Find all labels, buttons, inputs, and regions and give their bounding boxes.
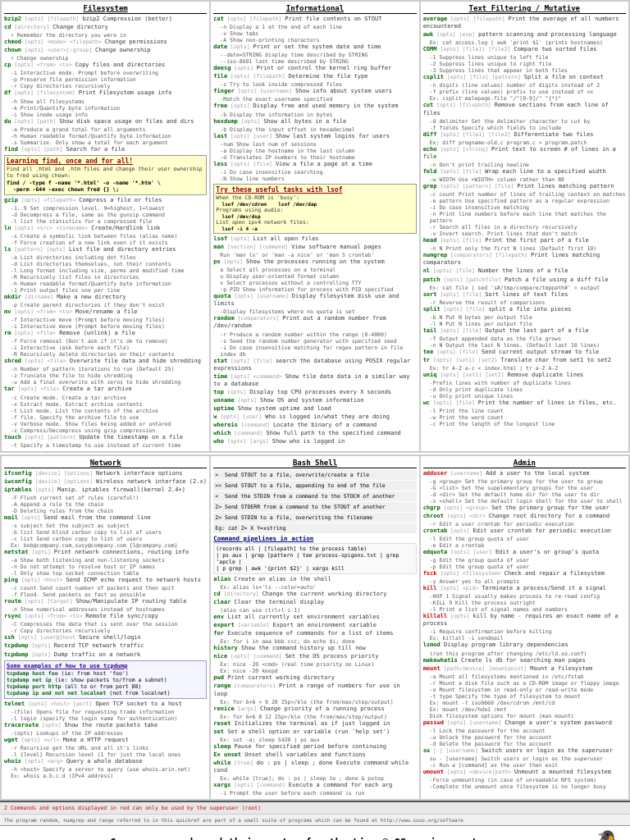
cmd-chmod: chmod [opts] <mode> <filepath> Change pe… xyxy=(4,39,207,46)
cmd-cd: cd [directory] Change directory xyxy=(4,24,207,31)
admin-panel: Admin adduser [username] Add a user to t… xyxy=(421,456,628,800)
lsof-highlight: Try these useful tasks with lsof When th… xyxy=(213,184,416,234)
cmd-mv: mv [opts] <from> <to> Move/rename a file xyxy=(4,308,207,316)
pipeline-box: (records all | [filepath] to the process… xyxy=(213,543,416,574)
second-row-grid: Network ifconfig [device] [options] Netw… xyxy=(0,454,630,801)
cmd-ls: ls [pattern] [opts] List file and direct… xyxy=(4,246,207,253)
filesystem-panel: Filesystem bzip2 [opts] [filepath] bzip2… xyxy=(2,2,209,451)
network-title: Network xyxy=(4,459,207,468)
cmd-name: bzip2 xyxy=(4,16,21,22)
cmd-gzip: gzip [opts] <filepath> Compress a file o… xyxy=(4,197,207,204)
text-filtering-title: Text Filtering / Mutative xyxy=(423,4,626,14)
network-panel: Network ifconfig [device] [options] Netw… xyxy=(2,456,209,800)
admin-title: Admin xyxy=(423,459,626,468)
cmd-mkdir: mkdir [dirname] Make a new directory xyxy=(4,294,207,301)
cmd-chown: chown [opts] <user>[:group] Change owner… xyxy=(4,47,207,54)
cmd-tar: tar [opts] <file> Create a tar archive xyxy=(4,386,207,393)
footer-title-bar: Common commands and their syntax for the… xyxy=(0,825,630,840)
main-grid: Filesystem bzip2 [opts] [filepath] bzip2… xyxy=(0,0,630,453)
cmd-touch: touch [opts] [pattern] Update the timest… xyxy=(4,434,207,441)
footer-notes: 2 Commands and options displayed in red … xyxy=(0,801,630,814)
footnote-bar: The program random, numgrep and range re… xyxy=(0,814,630,825)
bash-shell-panel: Bash Shell > Send STOUT to a file, overw… xyxy=(211,456,418,800)
bash-title: Bash Shell xyxy=(213,459,416,468)
footnote-superuser: 2 Commands and options displayed in red … xyxy=(4,805,261,811)
informational-panel: Informational cat [opts] [filepath] Prin… xyxy=(211,2,418,451)
cmd-find: find [opts] [path] Search for a file xyxy=(4,146,207,153)
main-title: Common commands and their syntax for the… xyxy=(3,837,584,840)
text-filtering-panel: Text Filtering / Mutative average [opts]… xyxy=(421,2,628,451)
tcpdump-examples: Some examples of how to use tcpdump tcpd… xyxy=(4,660,207,699)
cmd-df: df [opts] [filesystem] Print Filesystem … xyxy=(4,89,207,97)
informational-title: Informational xyxy=(213,4,416,14)
filesystem-title: Filesystem xyxy=(4,4,207,14)
cmd-ln: ln [opts] <src> <linkname> Create/Hardli… xyxy=(4,225,207,232)
cmd-du: du [opts] [path] Show disk space usage o… xyxy=(4,118,207,126)
cmd-rm: rm [opts] <file> Remove (unlink) a file xyxy=(4,330,207,337)
cmd-shred: shred [opts] <file> Overwrite file data … xyxy=(4,358,207,365)
pipeline-title: Command pipelines in action xyxy=(213,535,416,542)
cmd-bzip2: bzip2 [opts] [filepath] bzip2 Compressio… xyxy=(4,16,207,23)
footnote-text: The program random, numgrep and range re… xyxy=(4,817,463,823)
cmd-cp: cp [opts] <from> <to> Copy files and dir… xyxy=(4,62,207,69)
tux-logo: 🐧 xyxy=(591,829,627,840)
find-highlight: Learning find, once and for all! Find al… xyxy=(4,155,207,195)
